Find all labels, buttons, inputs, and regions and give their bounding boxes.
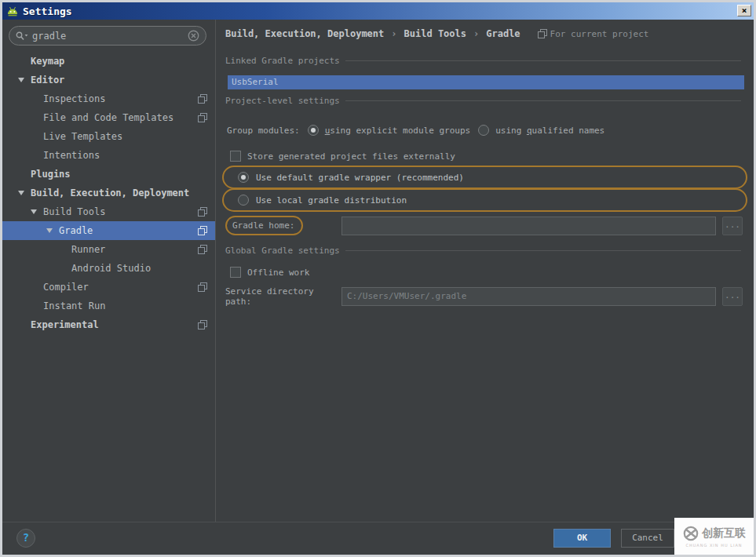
sidebar-item-label: Live Templates xyxy=(43,131,122,142)
sidebar-item-plugins[interactable]: Plugins xyxy=(2,165,215,184)
use-default-wrapper-option: Use default gradle wrapper (recommended) xyxy=(222,166,747,189)
scope-label: For current project xyxy=(550,29,649,39)
gradle-home-label: Gradle home: xyxy=(225,216,303,235)
sidebar-item-keymap[interactable]: Keymap xyxy=(2,52,215,71)
sidebar-item-file-and-code-templates[interactable]: File and Code Templates xyxy=(2,108,215,127)
watermark: 创新互联 CHUANG XIN HU LIAN xyxy=(674,518,754,555)
sidebar-item-compiler[interactable]: Compiler xyxy=(2,278,215,297)
watermark-subtext: CHUANG XIN HU LIAN xyxy=(685,543,742,548)
settings-sidebar: Keymap Editor Inspections File and Code … xyxy=(2,20,216,522)
copy-settings-icon xyxy=(198,94,207,104)
offline-work-checkbox[interactable] xyxy=(230,267,241,278)
sidebar-item-live-templates[interactable]: Live Templates xyxy=(2,127,215,146)
store-externally-label: Store generated project files externally xyxy=(247,151,455,162)
expand-arrow-icon[interactable] xyxy=(46,228,53,233)
sidebar-item-experimental[interactable]: Experimental xyxy=(2,315,215,334)
radio-qualified-label: using qualified names xyxy=(495,126,604,136)
gradle-home-browse-button[interactable]: ... xyxy=(722,217,743,235)
titlebar: Settings × xyxy=(2,2,754,20)
sidebar-item-label: File and Code Templates xyxy=(43,112,173,123)
sidebar-item-inspections[interactable]: Inspections xyxy=(2,89,215,108)
copy-settings-icon xyxy=(198,113,207,122)
gradle-settings-panel: Build, Execution, Deployment › Build Too… xyxy=(216,20,754,522)
sidebar-item-label: Experimental xyxy=(31,319,99,330)
sidebar-item-label: Plugins xyxy=(31,169,71,180)
project-level-settings-header: Project-level settings xyxy=(225,95,741,106)
search-box[interactable] xyxy=(9,26,206,46)
service-directory-input[interactable] xyxy=(341,287,716,306)
sidebar-item-label: Build, Execution, Deployment xyxy=(31,187,189,198)
gradle-home-row: Gradle home: ... xyxy=(216,215,754,236)
service-directory-browse-button[interactable]: ... xyxy=(722,287,743,306)
group-modules-label: Group modules: xyxy=(227,126,300,136)
breadcrumb-build-execution-deployment[interactable]: Build, Execution, Deployment xyxy=(225,28,384,39)
dialog-body: Keymap Editor Inspections File and Code … xyxy=(2,20,754,522)
window-title: Settings xyxy=(23,5,72,17)
copy-settings-icon xyxy=(198,282,207,292)
breadcrumb-gradle: Gradle xyxy=(486,28,520,39)
sidebar-item-gradle[interactable]: Gradle xyxy=(2,221,215,240)
radio-local-gradle-distribution[interactable] xyxy=(238,195,249,206)
breadcrumb-separator: › xyxy=(391,28,396,39)
sidebar-item-editor[interactable]: Editor xyxy=(2,71,215,89)
breadcrumb-build-tools[interactable]: Build Tools xyxy=(404,28,466,39)
copy-settings-icon xyxy=(198,245,207,254)
sidebar-item-label: Keymap xyxy=(31,56,64,67)
sidebar-item-label: Build Tools xyxy=(43,206,105,217)
sidebar-item-build-execution-deployment[interactable]: Build, Execution, Deployment xyxy=(2,184,215,202)
dialog-footer: ? OK Cancel xyxy=(2,522,754,555)
search-input[interactable] xyxy=(32,31,184,42)
sidebar-item-label: Editor xyxy=(31,75,64,86)
project-scope-icon xyxy=(538,29,547,38)
breadcrumb: Build, Execution, Deployment › Build Too… xyxy=(216,20,754,48)
watermark-brand: 创新互联 xyxy=(702,526,746,541)
store-externally-row: Store generated project files externally xyxy=(216,150,754,162)
default-wrapper-label: Use default gradle wrapper (recommended) xyxy=(256,173,464,183)
expand-arrow-icon[interactable] xyxy=(18,191,24,195)
gradle-home-label-col: Gradle home: xyxy=(225,216,341,235)
clear-search-icon[interactable] xyxy=(188,30,199,42)
global-gradle-settings-header: Global Gradle settings xyxy=(225,245,741,256)
sidebar-item-label: Android Studio xyxy=(71,263,151,274)
gradle-home-input[interactable] xyxy=(341,217,716,235)
sidebar-item-label: Inspections xyxy=(43,93,105,104)
store-externally-checkbox[interactable] xyxy=(230,151,241,162)
sidebar-item-instant-run[interactable]: Instant Run xyxy=(2,297,215,315)
sidebar-item-label: Instant Run xyxy=(43,300,105,311)
expand-arrow-icon[interactable] xyxy=(31,209,37,214)
sidebar-item-build-tools[interactable]: Build Tools xyxy=(2,202,215,221)
help-button[interactable]: ? xyxy=(16,529,35,548)
service-directory-row: Service directory path: ... xyxy=(216,286,754,307)
sidebar-item-label: Gradle xyxy=(59,225,93,236)
offline-work-row: Offline work xyxy=(216,266,754,278)
android-icon xyxy=(6,6,19,16)
service-directory-label: Service directory path: xyxy=(225,286,341,307)
local-distribution-label: Use local gradle distribution xyxy=(256,195,407,206)
sidebar-item-android-studio[interactable]: Android Studio xyxy=(2,259,215,278)
radio-qualified-names[interactable] xyxy=(478,125,489,136)
expand-arrow-icon[interactable] xyxy=(18,78,24,82)
copy-settings-icon xyxy=(198,207,207,217)
linked-project-usbserial[interactable]: UsbSerial xyxy=(228,75,744,89)
radio-explicit-module-groups[interactable] xyxy=(308,125,319,136)
breadcrumb-separator: › xyxy=(473,28,479,39)
scope-indicator: For current project xyxy=(538,29,649,39)
ok-button[interactable]: OK xyxy=(553,529,611,548)
close-button[interactable]: × xyxy=(737,5,751,16)
radio-default-gradle-wrapper[interactable] xyxy=(238,172,249,183)
group-modules-row: Group modules: using explicit module gro… xyxy=(216,122,754,139)
settings-window: Settings × Keymap Ed xyxy=(0,0,756,557)
watermark-logo-icon xyxy=(682,525,699,542)
sidebar-item-label: Runner xyxy=(71,244,105,255)
sidebar-item-label: Intentions xyxy=(43,150,100,161)
cancel-button[interactable]: Cancel xyxy=(621,529,674,548)
sidebar-item-intentions[interactable]: Intentions xyxy=(2,146,215,165)
copy-settings-icon xyxy=(198,320,207,329)
settings-tree: Keymap Editor Inspections File and Code … xyxy=(2,52,215,522)
search-icon xyxy=(16,31,29,41)
sidebar-item-runner[interactable]: Runner xyxy=(2,240,215,259)
sidebar-item-label: Compiler xyxy=(43,282,89,293)
radio-explicit-label: using explicit module groups xyxy=(325,126,470,136)
offline-work-label: Offline work xyxy=(247,268,309,278)
linked-projects-header: Linked Gradle projects xyxy=(225,55,741,66)
